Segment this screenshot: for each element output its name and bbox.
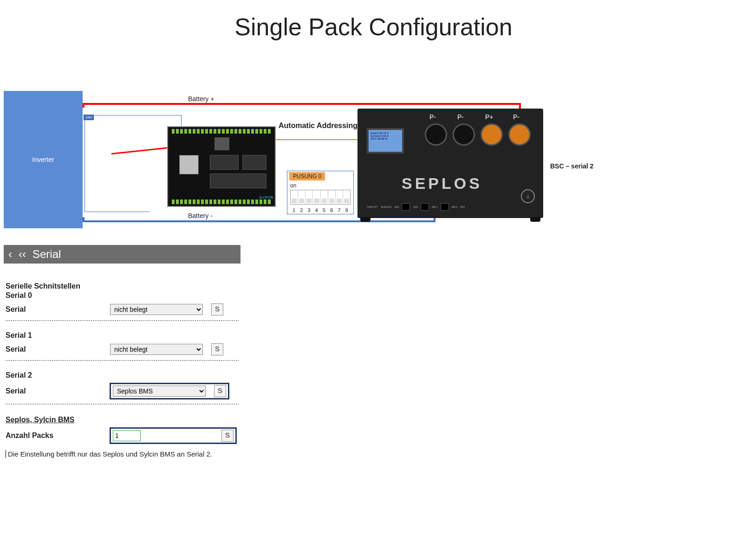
- serial1-save-button[interactable]: S: [211, 343, 223, 355]
- serial1-heading: Serial 1: [6, 331, 239, 340]
- wire-batt-minus-h: [83, 220, 435, 222]
- pcb-rj45: [214, 137, 229, 150]
- packs-highlight: S: [110, 428, 236, 444]
- packs-input[interactable]: [113, 430, 141, 441]
- section-serial-interfaces: Serielle Schnitstellen: [6, 282, 239, 290]
- can-outline-top: [84, 115, 181, 116]
- dip-n2: 2: [298, 207, 305, 213]
- battery-logo: SEPLOS: [402, 174, 482, 193]
- serial2-save-button[interactable]: S: [214, 385, 226, 397]
- port-lbl-1: CAPACITY: [367, 206, 378, 208]
- inverter-label: Inverter: [32, 156, 54, 163]
- port-485-1: [421, 203, 429, 211]
- serial1-row: Serial nicht belegt S: [6, 340, 239, 361]
- dip-badge: PUSUNG 0: [289, 172, 325, 180]
- inverter-box: Inverter: [4, 91, 83, 228]
- packs-label: Anzahl Packs: [6, 431, 110, 440]
- serial0-row: Serial nicht belegt S: [6, 300, 239, 321]
- dip-on-label: on: [290, 182, 296, 189]
- serial0-select[interactable]: nicht belegt: [110, 304, 203, 315]
- pcb-mcu: [179, 155, 199, 174]
- serial0-save-button[interactable]: S: [211, 303, 223, 315]
- dip-n5: 5: [320, 207, 328, 213]
- can-outline-right: [181, 115, 182, 127]
- terminal-3: [481, 123, 503, 146]
- terminal-label-4: P-: [513, 113, 520, 121]
- serial2-highlight: Seplos BMS S: [110, 383, 229, 399]
- battery-screen: PackV 50.70 V Current 0.04 A SOC 48.89 %: [367, 128, 404, 154]
- port-lbl-2: RUN/ALM: [381, 206, 392, 208]
- port-lbl-6: 485-2: [452, 206, 458, 208]
- wire-batt-plus-h: [83, 103, 521, 105]
- port-lbl-3: ADS: [394, 206, 399, 208]
- pcb-header-bottom: [172, 200, 271, 204]
- port-lbl-5: 485-1: [432, 206, 438, 208]
- port-lbl-4: CAN: [413, 206, 418, 208]
- can-outline-left: [84, 115, 85, 212]
- sub-section-seplos: Seplos, Sylcin BMS: [6, 416, 239, 424]
- port-lbl-7: RST: [461, 206, 465, 208]
- arrow-to-pcb-shaft: [111, 146, 176, 154]
- dip-n1: 1: [290, 207, 298, 213]
- pcb-block-1: [210, 155, 239, 170]
- serial0-field-label: Serial: [6, 305, 110, 314]
- dip-n7: 7: [336, 207, 343, 213]
- nav-back-double[interactable]: ‹‹: [19, 248, 26, 261]
- dip-n8: 8: [343, 207, 351, 213]
- dip-n4: 4: [313, 207, 320, 213]
- port-485-2: [441, 203, 449, 211]
- serial2-field-label: Serial: [6, 387, 110, 395]
- config-panel: ‹ ‹‹ Serial Serielle Schnitstellen Seria…: [4, 245, 240, 458]
- dip-numbers: 1 2 3 4 5 6 7 8: [290, 207, 351, 213]
- serial1-field-label: Serial: [6, 345, 110, 354]
- battery-ports: CAPACITY RUN/ALM ADS CAN 485-1 485-2 RST: [367, 200, 534, 213]
- terminal-label-2: P-: [457, 113, 464, 121]
- page-title: Single Pack Configuration: [0, 13, 747, 41]
- terminal-label-3: P+: [485, 113, 494, 121]
- label-bsc-serial: BSC – serial 2: [550, 162, 593, 170]
- dip-n6: 6: [328, 207, 335, 213]
- serial2-heading: Serial 2: [6, 371, 239, 380]
- label-battery-minus: Battery -: [188, 212, 213, 219]
- packs-save-button[interactable]: S: [221, 430, 234, 442]
- can-outline-bottom: [84, 212, 149, 212]
- battery-foot-left: [360, 217, 370, 222]
- nav-back-single[interactable]: ‹: [8, 248, 12, 261]
- dip-n3: 3: [305, 207, 313, 213]
- battery-foot-right: [530, 217, 540, 222]
- serial1-select[interactable]: nicht belegt: [110, 344, 203, 355]
- dip-switch-box: PUSUNG 0 on 1 2 3 4 5 6 7 8: [287, 171, 354, 214]
- dip-switches: [290, 190, 351, 205]
- pcb-footer-text: JLCPCB: [259, 195, 273, 200]
- label-battery-plus: Battery +: [188, 95, 214, 103]
- serial2-row: Serial Seplos BMS S: [6, 380, 239, 405]
- packs-note: Die Einstellung betrifft nur das Seplos …: [6, 450, 239, 458]
- screen-line-3: SOC 48.89 %: [370, 137, 400, 140]
- terminal-label-1: P-: [429, 113, 436, 121]
- can-tag: CAN: [84, 115, 94, 120]
- battery-box: PackV 50.70 V Current 0.04 A SOC 48.89 %…: [357, 109, 543, 218]
- serial2-select[interactable]: Seplos BMS: [113, 386, 206, 397]
- pcb-header-top: [172, 129, 271, 134]
- terminal-4: [508, 123, 531, 146]
- serial0-heading: Serial 0: [6, 291, 239, 300]
- pcb-board: JLCPCB: [167, 126, 276, 207]
- terminal-2: [453, 123, 475, 146]
- terminal-1: [425, 123, 447, 146]
- pcb-block-2: [242, 155, 266, 170]
- pcb-block-3: [210, 174, 266, 188]
- config-header: ‹ ‹‹ Serial: [4, 245, 240, 264]
- packs-row: Anzahl Packs S: [6, 424, 239, 448]
- port-can: [402, 203, 410, 211]
- config-header-title: Serial: [32, 248, 61, 261]
